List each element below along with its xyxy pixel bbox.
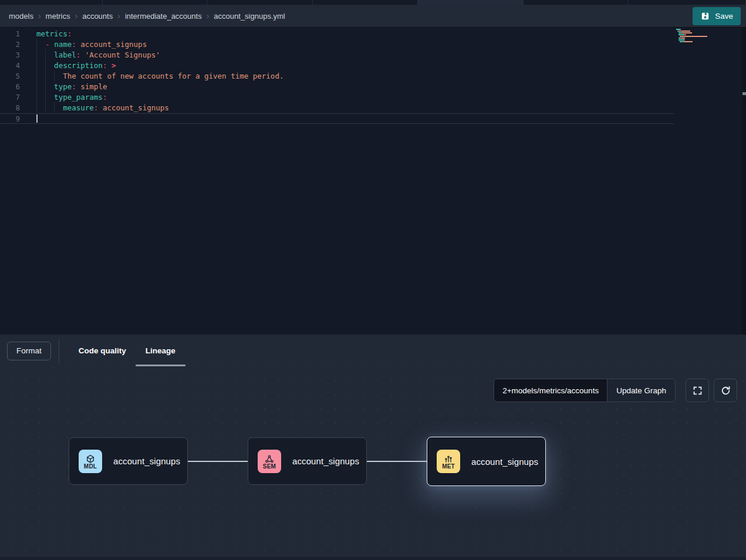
node-badge-met: MET — [437, 450, 460, 473]
editor-line[interactable]: 8 measure: account_signups — [0, 103, 746, 113]
node-label: account_signups — [471, 457, 538, 467]
tab-lineage[interactable]: Lineage — [146, 335, 175, 367]
editor-lines: 1metrics:2 - name: account_signups3 labe… — [0, 28, 746, 124]
window-tab[interactable] — [524, 0, 628, 5]
line-number: 1 — [0, 29, 20, 39]
save-button[interactable]: Save — [693, 7, 741, 25]
node-label: account_signups — [292, 456, 359, 466]
window-tab[interactable] — [0, 0, 103, 5]
lineage-node-sem[interactable]: SEMaccount_signups — [248, 437, 367, 485]
breadcrumb-item[interactable]: models — [9, 12, 33, 21]
line-number: 5 — [0, 71, 20, 82]
format-button[interactable]: Format — [7, 342, 51, 360]
code-text: The count of new accounts for a given ti… — [20, 71, 283, 82]
semantic-icon — [265, 454, 274, 464]
bottom-panel: Format Code qualityLineage Update Graph — [0, 335, 746, 560]
node-badge-label: SEM — [263, 463, 276, 470]
panel-header: Format Code qualityLineage — [0, 335, 746, 367]
breadcrumb-item[interactable]: metrics — [46, 12, 70, 21]
node-label: account_signups — [113, 456, 180, 466]
breadcrumb-separator-icon: › — [75, 11, 77, 21]
code-text: measure: account_signups — [20, 103, 169, 113]
code-text: type: simple — [20, 82, 107, 92]
lineage-toolbar: Update Graph — [494, 379, 737, 402]
line-number: 6 — [0, 82, 20, 92]
indent-guide — [54, 102, 55, 113]
line-number: 3 — [0, 50, 20, 60]
panel-tabs: Code qualityLineage — [59, 335, 175, 367]
metric-icon — [444, 454, 453, 464]
fullscreen-icon — [692, 385, 703, 396]
editor-line[interactable]: 4 description: > — [0, 60, 746, 71]
breadcrumb-item[interactable]: accounts — [82, 12, 113, 21]
code-editor[interactable]: 1metrics:2 - name: account_signups3 labe… — [0, 28, 746, 335]
indent-guide — [54, 70, 55, 81]
code-text: - name: account_signups — [20, 39, 147, 50]
breadcrumb-bar: models›metrics›accounts›intermediate_acc… — [0, 5, 746, 28]
editor-line[interactable]: 6 type: simple — [0, 82, 746, 92]
indent-guide — [36, 39, 37, 113]
window-tab-strip — [0, 0, 746, 5]
breadcrumb: models›metrics›accounts›intermediate_acc… — [9, 11, 285, 21]
lineage-selector-input[interactable] — [494, 379, 607, 402]
line-number: 4 — [0, 60, 20, 71]
editor-line[interactable]: 2 - name: account_signups — [0, 39, 746, 50]
code-text: description: > — [20, 60, 116, 71]
window-tab[interactable] — [628, 0, 746, 5]
indent-guide — [45, 49, 46, 113]
text-cursor — [36, 114, 38, 123]
update-graph-button[interactable]: Update Graph — [607, 379, 675, 402]
canvas-edge — [0, 557, 746, 560]
code-text: label: 'Account Signups' — [20, 50, 160, 60]
lineage-node-mdl[interactable]: MDLaccount_signups — [69, 437, 188, 485]
line-number: 9 — [0, 114, 20, 123]
refresh-graph-button[interactable] — [714, 379, 737, 402]
line-number: 2 — [0, 39, 20, 50]
lineage-canvas[interactable]: Update Graph MDLaccount_signupsSEMaccou — [0, 367, 746, 560]
node-badge-label: MDL — [84, 463, 97, 470]
breadcrumb-separator-icon: › — [117, 11, 120, 21]
fullscreen-button[interactable] — [686, 379, 709, 402]
editor-line[interactable]: 1metrics: — [0, 29, 746, 39]
save-icon — [700, 11, 710, 21]
code-text — [20, 114, 36, 123]
window-tab[interactable] — [207, 0, 313, 5]
editor-scrollbar[interactable] — [742, 28, 746, 335]
code-text: type_params: — [20, 92, 107, 103]
window-tab[interactable] — [103, 0, 207, 5]
code-text: metrics: — [20, 29, 72, 39]
minimap[interactable] — [676, 29, 711, 43]
save-button-label: Save — [715, 12, 733, 21]
editor-line[interactable]: 3 label: 'Account Signups' — [0, 50, 746, 60]
lineage-node-met[interactable]: METaccount_signups — [427, 437, 546, 486]
editor-line[interactable]: 7 type_params: — [0, 92, 746, 103]
breadcrumb-item[interactable]: intermediate_accounts — [125, 12, 202, 21]
node-badge-mdl: MDL — [79, 450, 102, 473]
lineage-selector-group: Update Graph — [494, 379, 676, 402]
breadcrumb-separator-icon: › — [207, 11, 210, 21]
line-number: 7 — [0, 92, 20, 103]
window-tab-active[interactable] — [418, 0, 524, 5]
editor-line[interactable]: 5 The count of new accounts for a given … — [0, 71, 746, 82]
breadcrumb-separator-icon: › — [38, 11, 41, 21]
line-number: 8 — [0, 103, 20, 113]
editor-line-current[interactable]: 9 — [0, 113, 674, 124]
breadcrumb-item[interactable]: account_signups.yml — [214, 12, 285, 21]
tab-code-quality[interactable]: Code quality — [79, 335, 126, 367]
node-badge-label: MET — [442, 463, 455, 470]
node-badge-sem: SEM — [258, 450, 281, 473]
cube-icon — [86, 454, 95, 464]
lineage-edge — [188, 461, 248, 462]
overview-ruler-marker — [742, 92, 746, 95]
refresh-icon — [720, 385, 731, 396]
window-tab[interactable] — [313, 0, 418, 5]
lineage-edge — [367, 461, 427, 462]
